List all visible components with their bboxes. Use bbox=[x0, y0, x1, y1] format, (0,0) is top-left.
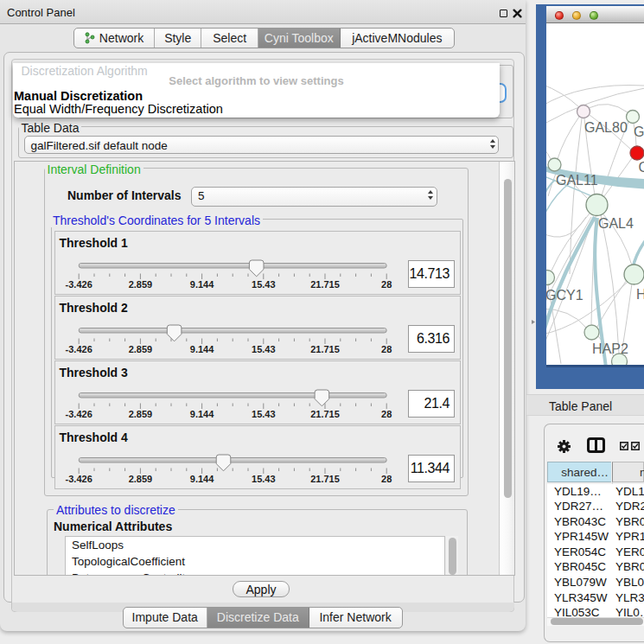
svg-text:21.715: 21.715 bbox=[310, 408, 340, 418]
svg-text:2.859: 2.859 bbox=[128, 473, 152, 483]
svg-text:GAL80: GAL80 bbox=[584, 120, 628, 135]
svg-text:15.43: 15.43 bbox=[252, 278, 276, 289]
svg-text:15.43: 15.43 bbox=[252, 473, 276, 483]
svg-text:15.43: 15.43 bbox=[252, 343, 276, 354]
svg-text:15.43: 15.43 bbox=[252, 408, 276, 418]
svg-text:GAL4: GAL4 bbox=[598, 216, 634, 231]
svg-text:GAL: GAL bbox=[634, 124, 644, 139]
svg-text:2.859: 2.859 bbox=[128, 408, 152, 418]
svg-text:9.144: 9.144 bbox=[189, 408, 214, 418]
svg-text:21.715: 21.715 bbox=[310, 343, 340, 354]
svg-text:-3.426: -3.426 bbox=[65, 278, 92, 289]
svg-text:-3.426: -3.426 bbox=[65, 473, 92, 483]
svg-text:9.144: 9.144 bbox=[189, 473, 214, 483]
svg-text:28: 28 bbox=[381, 343, 392, 354]
svg-text:21.715: 21.715 bbox=[310, 278, 340, 289]
svg-text:9.144: 9.144 bbox=[189, 278, 214, 289]
svg-text:28: 28 bbox=[381, 278, 392, 289]
svg-text:21.715: 21.715 bbox=[310, 473, 340, 483]
svg-text:28: 28 bbox=[381, 473, 392, 483]
svg-text:HAP2: HAP2 bbox=[592, 341, 628, 356]
svg-text:GCY1: GCY1 bbox=[546, 288, 583, 303]
svg-text:28: 28 bbox=[381, 408, 392, 418]
svg-text:9.144: 9.144 bbox=[189, 343, 214, 354]
svg-text:C: C bbox=[639, 160, 644, 175]
svg-text:2.859: 2.859 bbox=[128, 278, 152, 289]
svg-text:-3.426: -3.426 bbox=[65, 343, 92, 354]
svg-text:H: H bbox=[636, 287, 644, 302]
svg-text:2.859: 2.859 bbox=[128, 343, 152, 354]
svg-text:GAL11: GAL11 bbox=[556, 173, 598, 188]
svg-text:-3.426: -3.426 bbox=[65, 408, 92, 418]
